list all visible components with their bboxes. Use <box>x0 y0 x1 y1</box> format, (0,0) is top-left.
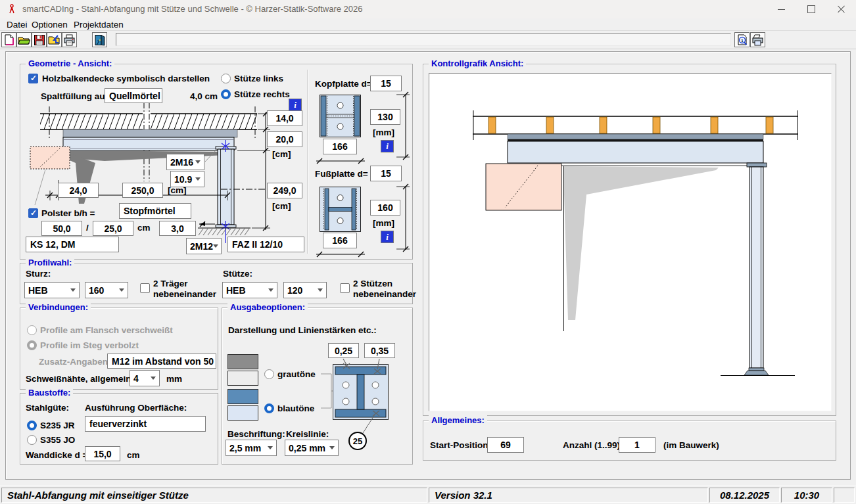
wanddicke-field[interactable] <box>85 446 120 461</box>
beschriftung-combo[interactable]: 2,5 mm <box>226 440 277 456</box>
toolbar-status-box[interactable] <box>116 33 731 46</box>
fussplatte-d-field[interactable] <box>370 166 402 181</box>
stahlguete-label: Stahlgüte: <box>26 403 69 413</box>
close-icon <box>838 5 845 13</box>
holzbalkendecke-checkbox[interactable] <box>28 74 38 83</box>
maximize-button[interactable] <box>797 0 826 18</box>
stuetze-rechts-label: Stütze rechts <box>234 89 290 99</box>
panel-verbindungen: Verbindungen: Profile am Flansch verschw… <box>20 308 218 390</box>
bolt-bottom-combo[interactable]: 2M12 <box>186 238 222 254</box>
flansch-label: Profile am Flansch verschweißt <box>40 325 173 335</box>
menu-datei[interactable]: Datei <box>4 19 30 30</box>
status-date-cell: 08.12.2025 <box>709 488 780 503</box>
polster-material-input[interactable] <box>119 203 191 219</box>
info-icon: i <box>294 100 297 110</box>
menu-optionen[interactable]: Optionen <box>29 19 70 30</box>
polster-checkbox[interactable] <box>28 208 38 218</box>
zusatz-input[interactable] <box>107 354 216 369</box>
bolt-top-value: 2M16 <box>170 157 193 168</box>
start-position-field[interactable] <box>487 437 524 453</box>
dim-3-field[interactable] <box>159 221 196 236</box>
panel-ausgabeoptionen: Ausgabeoptionen: <box>222 308 413 465</box>
polster-type-input[interactable] <box>26 237 119 252</box>
kopfplatte-h-field[interactable] <box>370 109 400 125</box>
bauwerk-label: (im Bauwerk) <box>663 440 719 450</box>
fussplatte-diagram <box>320 187 361 232</box>
fussplatte-label: Fußplatte d= <box>315 169 368 179</box>
fussplatte-b-field[interactable] <box>323 233 357 248</box>
panel-geometrie: Geometrie - Ansicht: <box>20 64 413 260</box>
print-preview-button[interactable]: 1 <box>734 32 749 47</box>
traeger-checkbox[interactable] <box>140 283 150 293</box>
fussplatte-h-field[interactable] <box>370 200 400 216</box>
info-button-fussplatte[interactable]: i <box>381 231 394 243</box>
steg-radio[interactable] <box>27 340 37 350</box>
chevron-down-icon <box>329 446 335 449</box>
circle-25-label: 25 <box>353 436 362 446</box>
anzahl-label: Anzahl (1..99) <box>563 440 620 450</box>
save-button[interactable] <box>32 32 47 47</box>
info-button-geometrie[interactable]: i <box>289 99 302 111</box>
stuetze-rechts-radio[interactable] <box>221 89 231 99</box>
kopfplatte-b-field[interactable] <box>323 139 357 154</box>
dim-14-field[interactable] <box>267 110 302 126</box>
polster-label: Polster b/h = <box>41 208 95 218</box>
kreislinie-combo[interactable]: 0,25 mm <box>285 440 339 456</box>
exit-button[interactable] <box>92 32 107 47</box>
stuetze-size-combo[interactable]: 120 <box>283 282 327 298</box>
panel-allgemeines: Allgemeines: Start-Position Anzahl (1..9… <box>423 421 836 461</box>
chevron-down-icon <box>213 244 218 248</box>
polster-h-field[interactable] <box>93 221 133 236</box>
bolt-bottom-value: 2M12 <box>190 241 213 252</box>
dim-20-field[interactable] <box>267 131 302 147</box>
save-as-icon <box>48 34 60 46</box>
beschriftung-label: Beschriftung: <box>227 429 285 439</box>
print-toolbar-button[interactable] <box>62 32 77 47</box>
minimize-button[interactable] <box>767 0 796 18</box>
dim-250-field[interactable] <box>122 183 163 198</box>
bolt-top-combo[interactable]: 2M16 <box>166 154 204 170</box>
window-title: smartCADIng - Stahl-Abfangung mit Stütze… <box>22 4 363 14</box>
save-as-button[interactable] <box>47 32 62 47</box>
chevron-down-icon <box>318 288 323 292</box>
stuetze-profil-combo[interactable]: HEB <box>222 282 277 298</box>
maximize-icon <box>807 5 815 13</box>
stuetze-links-radio[interactable] <box>221 74 231 83</box>
flansch-radio[interactable] <box>27 325 37 335</box>
print-page-button[interactable] <box>750 32 765 47</box>
print-page-icon <box>751 34 764 46</box>
oberflaeche-input[interactable] <box>85 416 206 432</box>
anchor-type-input[interactable] <box>227 237 304 252</box>
spaltfuellung-input[interactable] <box>105 88 162 103</box>
oberflaeche-label: Ausführung Oberfläche: <box>85 403 187 413</box>
menu-projektdaten[interactable]: Projektdaten <box>71 19 126 30</box>
schweissnaehte-combo[interactable]: 4 <box>130 370 160 386</box>
panel-baustoffe: Baustoffe: Stahlgüte: Ausführung Oberflä… <box>20 393 218 465</box>
polster-b-field[interactable] <box>41 221 82 236</box>
linewidth-1-field[interactable] <box>328 343 359 358</box>
grautoene-radio[interactable] <box>264 369 274 379</box>
s355-radio[interactable] <box>27 435 37 445</box>
close-button[interactable] <box>827 0 856 18</box>
stuetzen-checkbox[interactable] <box>340 283 350 293</box>
dim-249-field[interactable] <box>267 183 302 198</box>
sturz-size-combo[interactable]: 160 <box>85 282 128 298</box>
linewidth-2-field[interactable] <box>364 343 395 358</box>
blautoene-label: blautöne <box>277 403 314 413</box>
sturz-profil-combo[interactable]: HEB <box>24 282 80 298</box>
blautoene-radio[interactable] <box>264 403 274 413</box>
print-icon <box>63 34 76 46</box>
titlebar: smartCADIng - Stahl-Abfangung mit Stütze… <box>0 0 856 19</box>
new-document-button[interactable] <box>1 32 16 47</box>
anzahl-field[interactable] <box>619 437 655 453</box>
kopfplatte-d-field[interactable] <box>370 76 402 91</box>
status-spacer-cell <box>834 488 855 503</box>
status-time-text: 10:30 <box>794 490 819 501</box>
info-button-kopfplatte[interactable]: i <box>381 140 394 152</box>
open-file-button[interactable] <box>16 32 32 47</box>
sturz-size-value: 160 <box>89 285 104 296</box>
darstellung-label: Darstellung und Linienstärken etc.: <box>228 325 377 335</box>
s235-radio[interactable] <box>27 421 37 430</box>
panel-profilwahl: Profilwahl: Sturz: HEB 160 2 Träger nebe… <box>20 263 413 304</box>
dim-24-field[interactable] <box>58 183 99 198</box>
